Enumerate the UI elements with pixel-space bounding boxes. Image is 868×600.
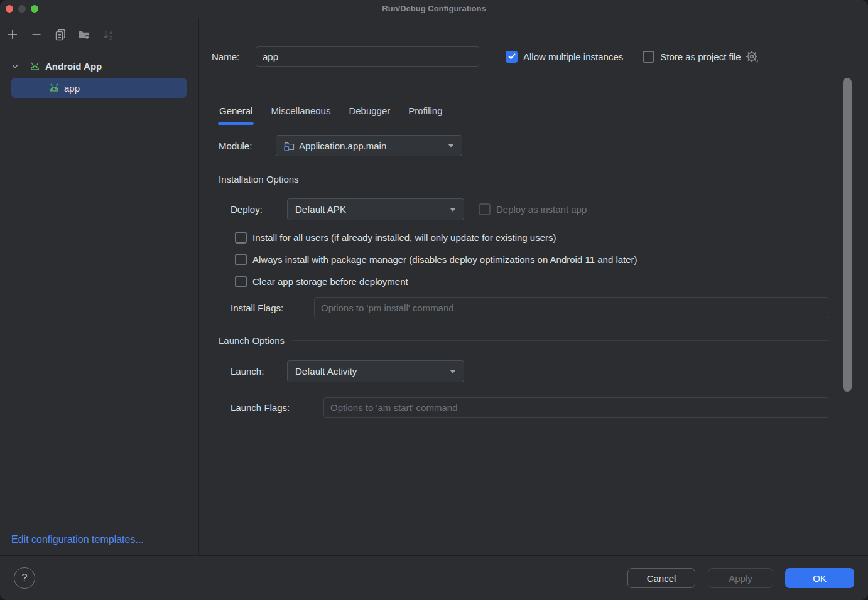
install-for-all-users-checkbox[interactable]	[235, 232, 247, 244]
help-button[interactable]: ?	[14, 567, 35, 589]
dropdown-arrow-icon	[450, 208, 456, 212]
always-install-with-package-manager-label: Always install with package manager (dis…	[252, 254, 637, 265]
titlebar: Run/Debug Configurations	[0, 0, 868, 18]
name-row: Name: Allow multiple instances Store as …	[212, 46, 759, 67]
always-install-with-package-manager-option[interactable]: Always install with package manager (dis…	[235, 252, 637, 267]
install-flags-label: Install Flags:	[231, 303, 304, 313]
launch-row: Launch: Default Activity	[231, 360, 464, 382]
configurations-sidebar: az Android App app	[0, 18, 199, 555]
module-row: Module: Application.app.main	[219, 135, 462, 156]
store-as-project-file-label: Store as project file	[660, 51, 741, 62]
allow-multiple-instances-option[interactable]: Allow multiple instances	[506, 51, 623, 63]
window-title: Run/Debug Configurations	[0, 0, 868, 18]
module-select[interactable]: Application.app.main	[276, 135, 462, 156]
clear-app-storage-checkbox[interactable]	[235, 276, 247, 287]
store-as-project-file-option[interactable]: Store as project file	[643, 51, 741, 63]
launch-select[interactable]: Default Activity	[287, 360, 464, 382]
new-folder-icon[interactable]	[78, 28, 90, 41]
name-input[interactable]	[256, 46, 479, 67]
remove-configuration-icon[interactable]	[30, 28, 43, 41]
close-window-button[interactable]	[6, 5, 13, 13]
launch-options-title: Launch Options	[219, 335, 285, 346]
chevron-down-icon[interactable]	[11, 63, 19, 70]
allow-multiple-instances-label: Allow multiple instances	[523, 51, 623, 62]
configuration-editor: Name: Allow multiple instances Store as …	[199, 18, 868, 555]
android-icon	[48, 83, 60, 92]
installation-options-section: Installation Options	[219, 173, 829, 185]
tree-item-app[interactable]: app	[11, 78, 187, 98]
section-divider	[293, 340, 829, 341]
sidebar-toolbar: az	[0, 18, 198, 51]
scrollbar-thumb[interactable]	[843, 78, 852, 392]
tree-group-label: Android App	[45, 61, 102, 72]
deploy-as-instant-app-option: Deploy as instant app	[479, 203, 587, 215]
android-icon	[29, 62, 41, 71]
run-debug-configurations-dialog: Run/Debug Configurations az	[0, 0, 868, 600]
apply-button: Apply	[708, 568, 773, 588]
dropdown-arrow-icon	[448, 144, 454, 147]
configurations-tree: Android App app	[0, 51, 198, 98]
deploy-row: Deploy: Default APK Deploy as instant ap…	[231, 198, 587, 220]
section-divider	[308, 179, 829, 179]
store-settings-gear-icon[interactable]	[745, 50, 759, 63]
add-configuration-icon[interactable]	[6, 28, 19, 41]
svg-text:z: z	[109, 34, 112, 40]
launch-value: Default Activity	[295, 366, 357, 377]
copy-configuration-icon[interactable]	[54, 28, 67, 41]
sort-alphabetically-icon: az	[102, 28, 114, 41]
tab-profiling[interactable]: Profiling	[408, 97, 443, 124]
dialog-footer: ? Cancel Apply OK	[0, 555, 868, 600]
launch-flags-label: Launch Flags:	[231, 402, 313, 413]
question-mark-icon: ?	[21, 572, 27, 584]
install-flags-input[interactable]	[314, 297, 828, 318]
cancel-button[interactable]: Cancel	[627, 568, 695, 588]
installation-options-title: Installation Options	[219, 174, 299, 185]
deploy-as-instant-app-label: Deploy as instant app	[496, 204, 587, 215]
ok-button[interactable]: OK	[785, 568, 854, 588]
install-for-all-users-label: Install for all users (if already instal…	[252, 232, 556, 243]
store-as-project-file-checkbox[interactable]	[643, 51, 654, 63]
tree-item-label: app	[64, 83, 80, 94]
clear-app-storage-label: Clear app storage before deployment	[252, 276, 408, 287]
name-label: Name:	[212, 51, 256, 62]
clear-app-storage-option[interactable]: Clear app storage before deployment	[235, 274, 408, 289]
module-value: Application.app.main	[299, 141, 386, 151]
module-label: Module:	[219, 141, 266, 151]
check-icon	[508, 53, 516, 60]
zoom-window-button[interactable]	[31, 5, 38, 13]
module-folder-icon	[284, 141, 295, 151]
allow-multiple-instances-checkbox[interactable]	[506, 51, 518, 63]
launch-options-section: Launch Options	[219, 334, 829, 346]
dropdown-arrow-icon	[450, 370, 456, 373]
launch-flags-input[interactable]	[323, 397, 828, 418]
deploy-select[interactable]: Default APK	[287, 198, 464, 220]
install-for-all-users-option[interactable]: Install for all users (if already instal…	[235, 230, 556, 245]
launch-flags-row: Launch Flags:	[231, 397, 828, 418]
traffic-lights	[6, 5, 38, 13]
edit-configuration-templates-link[interactable]: Edit configuration templates...	[11, 534, 144, 545]
install-flags-row: Install Flags:	[231, 297, 828, 318]
deploy-label: Deploy:	[231, 204, 276, 215]
always-install-with-package-manager-checkbox[interactable]	[235, 254, 247, 265]
minimize-window-button	[18, 5, 26, 13]
tab-miscellaneous[interactable]: Miscellaneous	[270, 97, 331, 124]
configuration-tabs: General Miscellaneous Debugger Profiling	[219, 97, 842, 124]
deploy-as-instant-app-checkbox	[479, 203, 491, 215]
tree-group-android-app[interactable]: Android App	[0, 56, 198, 76]
tab-general[interactable]: General	[219, 97, 253, 124]
launch-label: Launch:	[231, 366, 276, 377]
tab-debugger[interactable]: Debugger	[348, 97, 391, 124]
deploy-value: Default APK	[295, 204, 346, 215]
